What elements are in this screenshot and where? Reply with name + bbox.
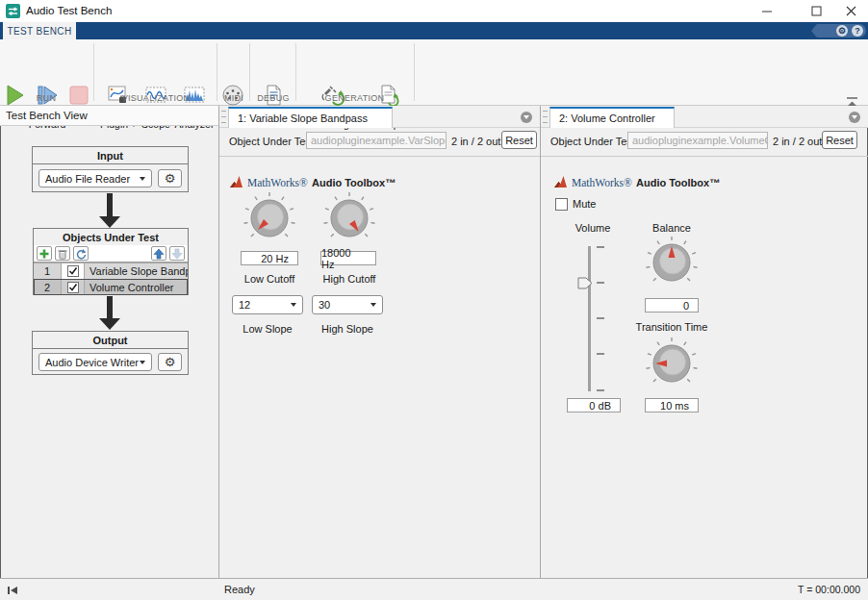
low-slope-label: Low Slope xyxy=(232,323,303,335)
toolbox-name: Audio Toolbox™ xyxy=(312,177,396,188)
move-down-button xyxy=(169,246,185,261)
objects-under-test-box: Objects Under Test xyxy=(33,228,189,295)
input-settings-button[interactable]: ⚙ xyxy=(158,169,182,188)
row-1-enabled-checkbox[interactable] xyxy=(67,265,79,277)
output-settings-button[interactable]: ⚙ xyxy=(158,353,182,371)
arrow-up-icon xyxy=(153,248,165,260)
ribbon-tabstrip: TEST BENCH xyxy=(0,22,868,39)
arrow-down-icon xyxy=(171,248,183,260)
mute-checkbox[interactable] xyxy=(555,198,568,211)
high-cutoff-knob[interactable] xyxy=(322,191,376,245)
high-cutoff-value-field[interactable]: 18000 Hz xyxy=(320,251,376,265)
section-label-midi: MIDI xyxy=(218,93,249,103)
add-object-button[interactable] xyxy=(37,246,52,261)
table-row-selected[interactable]: 2 Volume Controller xyxy=(34,279,188,295)
volume-slider-thumb[interactable] xyxy=(577,277,593,289)
panel-splitter[interactable] xyxy=(540,106,541,578)
section-divider xyxy=(295,43,296,101)
transition-time-label: Transition Time xyxy=(624,321,720,333)
slider-tick xyxy=(597,246,604,248)
flow-arrow xyxy=(107,193,113,216)
low-cutoff-knob[interactable] xyxy=(243,191,296,245)
table-row[interactable]: 1 Variable Slope Bandpass xyxy=(34,262,188,279)
slider-tick xyxy=(597,282,604,284)
section-label-generation: GENERATION xyxy=(295,93,414,103)
chevron-down-icon xyxy=(140,177,145,181)
input-source-dropdown[interactable]: Audio File Reader xyxy=(38,169,152,188)
help-icon[interactable]: ? xyxy=(852,25,863,37)
flow-arrow xyxy=(107,296,113,318)
output-device-dropdown[interactable]: Audio Device Writer xyxy=(38,353,152,371)
trash-icon xyxy=(57,248,68,260)
move-up-button[interactable] xyxy=(151,246,166,261)
collapse-toolstrip-button[interactable] xyxy=(845,93,859,104)
tab-volume-controller[interactable]: 2: Volume Controller xyxy=(549,107,675,128)
mathworks-logo-icon xyxy=(229,175,243,188)
title-bar: Audio Test Bench xyxy=(0,0,868,22)
delete-object-button[interactable] xyxy=(55,246,70,261)
divider xyxy=(219,156,540,157)
object-under-test-label: Object Under Test xyxy=(229,133,314,150)
app-window: Audio Test Bench TEST BENCH ⚙ ? Run xyxy=(0,0,868,600)
volume-slider-track[interactable] xyxy=(588,246,591,391)
chevron-down-icon xyxy=(523,115,529,119)
toolbar: Run Step Forward Stop RUN xyxy=(0,39,868,106)
window-title: Audio Test Bench xyxy=(26,0,112,22)
high-slope-dropdown[interactable]: 30 xyxy=(312,295,383,314)
row-number: 1 xyxy=(34,262,62,279)
high-slope-label: High Slope xyxy=(312,323,383,335)
chevron-down-icon xyxy=(140,361,145,364)
drag-grip-icon[interactable] xyxy=(543,111,548,123)
chevron-down-icon xyxy=(370,303,376,307)
low-cutoff-value-field[interactable]: 20 Hz xyxy=(241,251,298,265)
transition-time-knob[interactable] xyxy=(645,337,699,390)
quick-access-pill: ⚙ ? xyxy=(811,24,866,38)
test-bench-view-header: Test Bench View xyxy=(0,106,218,126)
maximize-button[interactable] xyxy=(799,0,833,22)
reset-button[interactable]: Reset xyxy=(822,131,857,149)
mathworks-logo-icon xyxy=(553,175,568,188)
skip-to-start-icon[interactable] xyxy=(7,586,18,595)
chevron-down-icon xyxy=(852,115,857,119)
panel-minimize-button[interactable] xyxy=(521,112,532,123)
section-divider xyxy=(217,43,217,101)
balance-label: Balance xyxy=(643,222,701,234)
section-divider xyxy=(93,43,94,101)
output-box-title: Output xyxy=(33,332,188,349)
low-slope-dropdown[interactable]: 12 xyxy=(232,295,303,314)
chevron-down-icon xyxy=(291,303,296,307)
balance-knob[interactable] xyxy=(645,236,699,289)
tab-test-bench[interactable]: TEST BENCH xyxy=(3,22,76,39)
check-icon xyxy=(68,283,78,292)
objects-toolbar xyxy=(34,245,188,262)
slider-tick xyxy=(597,353,604,355)
minimize-button[interactable] xyxy=(750,0,784,22)
transition-time-value-field[interactable]: 10 ms xyxy=(645,398,699,412)
object-under-test-field: audiopluginexample.VolumeControl xyxy=(627,132,768,149)
plus-icon xyxy=(38,248,50,260)
check-icon xyxy=(68,266,78,276)
flow-arrow-head-icon xyxy=(99,216,120,228)
gear-icon: ⚙ xyxy=(165,355,176,369)
gear-icon: ⚙ xyxy=(165,171,176,186)
section-label-debug: DEBUG xyxy=(251,93,295,103)
close-button[interactable] xyxy=(833,0,868,22)
panel-minimize-button[interactable] xyxy=(849,112,860,123)
objects-under-test-title: Objects Under Test xyxy=(34,229,188,246)
mathworks-wordmark: MathWorks® xyxy=(572,177,632,188)
io-count-label: 2 in / 2 out xyxy=(451,133,500,150)
refresh-icon xyxy=(75,248,87,260)
volume-value-field[interactable]: 0 dB xyxy=(567,398,621,412)
refresh-object-button[interactable] xyxy=(73,246,89,261)
panel-splitter[interactable] xyxy=(218,106,219,578)
mute-label: Mute xyxy=(573,195,596,212)
row-name: Volume Controller xyxy=(85,279,188,295)
tab-variable-slope-bandpass[interactable]: 1: Variable Slope Bandpass xyxy=(228,107,393,128)
row-2-enabled-checkbox[interactable] xyxy=(67,282,79,293)
drag-grip-icon[interactable] xyxy=(221,111,226,123)
slider-tick xyxy=(597,317,604,319)
reset-button[interactable]: Reset xyxy=(501,131,537,149)
settings-sync-icon[interactable]: ⚙ xyxy=(836,25,848,37)
app-icon xyxy=(6,4,20,18)
balance-value-field[interactable]: 0 xyxy=(645,298,699,312)
